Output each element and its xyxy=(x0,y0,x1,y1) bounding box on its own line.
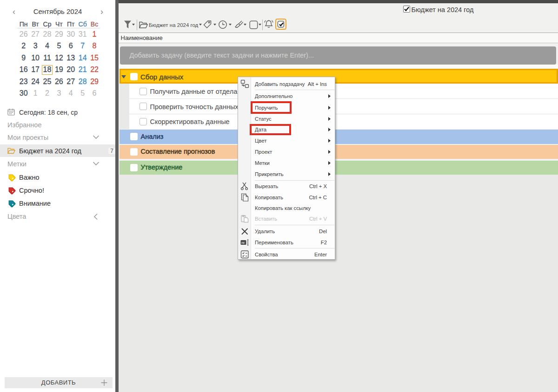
svg-text:re: re xyxy=(241,240,245,244)
